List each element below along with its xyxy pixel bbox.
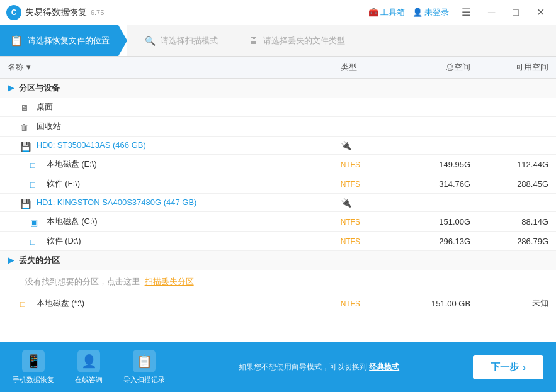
row-hd1[interactable]: 💾 HD1: KINGSTON SA400S37480G (447 GB) 🔌: [0, 194, 556, 212]
row-c-drive[interactable]: ▣ 本地磁盘 (C:\) NTFS 151.00G 88.14G: [0, 212, 556, 232]
c-drive-icon: ▣: [30, 218, 40, 227]
toolbox-icon: 🧰: [368, 8, 378, 17]
d-drive-avail: 286.79G: [517, 237, 548, 246]
c-drive-label: 本地磁盘 (C:\): [47, 216, 98, 226]
import-label: 导入扫描记录: [123, 375, 165, 384]
row-d-drive[interactable]: □ 软件 (D:\) NTFS 296.13G 286.79G: [0, 232, 556, 251]
bottom-bar: 📱 手机数据恢复 👤 在线咨询 📋 导入扫描记录 如果您不想使用向导模式，可以切…: [0, 342, 556, 392]
import-icon: 📋: [133, 350, 156, 372]
hdd1-icon: 💾: [20, 199, 30, 208]
classic-mode-link[interactable]: 经典模式: [369, 362, 399, 371]
window-controls: ☰ ─ □ ✕: [457, 4, 550, 21]
d-drive-label: 软件 (D:\): [47, 236, 81, 245]
f-drive-total: 314.76G: [439, 179, 470, 189]
step2-icon: 🔍: [145, 36, 156, 46]
app-version: 6.75: [91, 9, 104, 16]
toolbox-label: 工具箱: [380, 7, 405, 18]
scan-lost-partition-link[interactable]: 扫描丢失分区: [145, 277, 194, 286]
hd1-label: HD1: KINGSTON SA400S37480G (447 GB): [37, 198, 197, 207]
lost-partition-icon: □: [20, 300, 30, 308]
tip-text: 如果您不想使用向导模式，可以切换到 经典模式: [184, 362, 454, 372]
col-avail-header: 可用空间: [478, 57, 556, 79]
step1-icon: 📋: [10, 35, 23, 47]
lost-partition-label: 本地磁盘 (*:\): [37, 298, 85, 308]
mobile-icon: 📱: [22, 350, 45, 372]
mobile-label: 手机数据恢复: [13, 375, 54, 384]
steps-bar: 📋 请选择恢复文件的位置 🔍 请选择扫描模式 🖥 请选择丢失的文件类型: [0, 25, 556, 57]
col-type-header: 类型: [333, 57, 390, 79]
row-hd0[interactable]: 💾 HD0: ST3500413AS (466 GB) 🔌: [0, 137, 556, 155]
title-bar: C 失易得数据恢复 6.75 🧰 工具箱 👤 未登录 ☰ ─ □ ✕: [0, 0, 556, 25]
step2-label: 请选择扫描模式: [161, 35, 218, 47]
section-toggle-icon: ▶: [8, 83, 14, 92]
f-drive-type: NTFS: [341, 180, 360, 189]
lost-partition-total: 151.00 GB: [431, 299, 470, 308]
hdd0-icon: 💾: [20, 142, 30, 150]
hd0-label: HD0: ST3500413AS (466 GB): [37, 140, 146, 150]
recycle-label: 回收站: [37, 121, 61, 131]
online-consult-button[interactable]: 👤 在线咨询: [73, 350, 105, 384]
c-drive-avail: 88.14G: [521, 217, 548, 227]
e-drive-type: NTFS: [341, 160, 360, 169]
col-total-header: 总空间: [390, 57, 478, 79]
e-drive-avail: 112.44G: [517, 160, 548, 169]
section-partitions[interactable]: ▶ 分区与设备: [0, 79, 556, 98]
row-desktop[interactable]: 🖥 桌面: [0, 98, 556, 117]
section-lost-partitions[interactable]: ▶ 丢失的分区: [0, 251, 556, 271]
f-drive-icon: □: [30, 180, 40, 189]
lost-partition-type: NTFS: [341, 300, 360, 308]
mobile-recovery-button[interactable]: 📱 手机数据恢复: [13, 350, 54, 384]
app-body: 📋 请选择恢复文件的位置 🔍 请选择扫描模式 🖥 请选择丢失的文件类型 名称 ▾…: [0, 25, 556, 392]
d-drive-total: 296.13G: [439, 237, 470, 246]
minimize-button[interactable]: ─: [483, 4, 500, 21]
d-drive-type: NTFS: [341, 237, 360, 246]
toolbox-button[interactable]: 🧰 工具箱: [368, 7, 405, 18]
hd0-type-icon: 🔌: [341, 140, 351, 150]
lost-scan-text: 没有找到想要的分区，点击这里: [25, 277, 140, 286]
lost-scan-msg-row: 没有找到想要的分区，点击这里 扫描丢失分区: [0, 270, 556, 294]
menu-button[interactable]: ☰: [457, 4, 475, 21]
row-f-drive[interactable]: □ 软件 (F:\) NTFS 314.76G 288.45G: [0, 174, 556, 194]
table-header-row: 名称 ▾ 类型 总空间 可用空间: [0, 57, 556, 79]
e-drive-total: 149.95G: [439, 160, 470, 169]
section-partitions-label: 分区与设备: [19, 83, 60, 92]
next-label: 下一步: [491, 361, 519, 373]
step-2[interactable]: 🔍 请选择扫描模式: [127, 25, 230, 56]
login-label: 未登录: [424, 7, 449, 18]
row-recycle[interactable]: 🗑 回收站: [0, 117, 556, 137]
file-location-table: 名称 ▾ 类型 总空间 可用空间 ▶ 分区与设备 🖥: [0, 57, 556, 313]
content-area: 名称 ▾ 类型 总空间 可用空间 ▶ 分区与设备 🖥: [0, 57, 556, 342]
desktop-label: 桌面: [37, 102, 53, 111]
e-drive-icon: □: [30, 160, 40, 169]
tip-static-text: 如果您不想使用向导模式，可以切换到: [239, 362, 367, 371]
login-button[interactable]: 👤 未登录: [412, 7, 449, 18]
next-arrow-icon: ›: [523, 362, 526, 372]
app-name-text: 失易得数据恢复: [25, 7, 87, 17]
f-drive-label: 软件 (F:\): [47, 179, 80, 188]
app-title: 失易得数据恢复 6.75: [25, 7, 368, 18]
consult-icon: 👤: [77, 350, 100, 372]
section-lost-toggle-icon: ▶: [8, 255, 14, 265]
f-drive-avail: 288.45G: [517, 179, 548, 189]
hd1-type-icon: 🔌: [341, 198, 351, 208]
trash-icon: 🗑: [20, 123, 30, 132]
next-button[interactable]: 下一步 ›: [473, 355, 543, 379]
d-drive-icon: □: [30, 237, 40, 246]
desktop-icon: 🖥: [20, 103, 30, 112]
step3-label: 请选择丢失的文件类型: [263, 35, 345, 47]
col-name-header: 名称 ▾: [0, 57, 333, 79]
row-lost-partition[interactable]: □ 本地磁盘 (*:\) NTFS 151.00 GB 未知: [0, 294, 556, 313]
import-scan-button[interactable]: 📋 导入扫描记录: [123, 350, 165, 384]
row-e-drive[interactable]: □ 本地磁盘 (E:\) NTFS 149.95G 112.44G: [0, 155, 556, 174]
step-3[interactable]: 🖥 请选择丢失的文件类型: [230, 25, 556, 56]
c-drive-type: NTFS: [341, 218, 360, 227]
step-1[interactable]: 📋 请选择恢复文件的位置: [0, 25, 127, 56]
section-lost-label: 丢失的分区: [19, 255, 60, 265]
app-logo: C: [6, 5, 21, 20]
close-button[interactable]: ✕: [531, 4, 550, 21]
maximize-button[interactable]: □: [508, 4, 524, 21]
step3-icon: 🖥: [248, 35, 258, 47]
c-drive-total: 151.00G: [439, 217, 470, 227]
user-icon: 👤: [412, 8, 423, 17]
e-drive-label: 本地磁盘 (E:\): [47, 159, 97, 169]
